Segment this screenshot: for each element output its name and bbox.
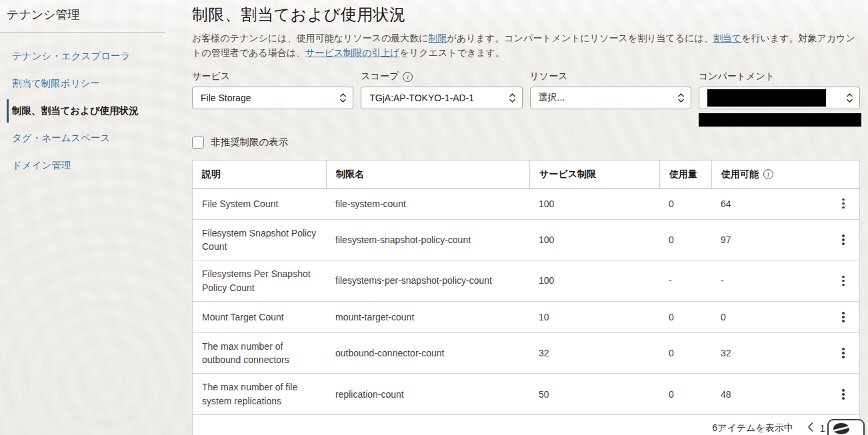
page-description: お客様のテナンシには、使用可能なリソースの最大数に制限があります。コンパートメン…: [192, 31, 860, 60]
cell-actions: [827, 379, 859, 410]
cell-description: The max number of file system replicatio…: [193, 374, 326, 414]
sidebar-item-quota-policies[interactable]: 割当て制限ポリシー: [7, 72, 179, 95]
sidebar-item-limits-quotas-usage[interactable]: 制限、割当ておよび使用状況: [7, 99, 179, 123]
sidebar-nav: テナンシ・エクスプローラ 割当て制限ポリシー 制限、割当ておよび使用状況 タグ・…: [7, 45, 179, 177]
sidebar-title: テナンシ管理: [7, 7, 179, 32]
table-footer: 6アイテムを表示中 1 / 1: [193, 414, 859, 435]
cell-actions: [827, 338, 859, 368]
scope-label-text: スコープ: [361, 71, 399, 83]
main-content: 制限、割当ておよび使用状況 お客様のテナンシには、使用可能なリソースの最大数に制…: [179, 0, 868, 435]
cell-service-limit: 100: [529, 191, 659, 217]
sidebar-divider: [0, 32, 165, 33]
description-text: お客様のテナンシには、使用可能なリソースの最大数に: [192, 33, 429, 43]
service-select[interactable]: File Storage: [192, 87, 353, 109]
cell-limit-name: filesystem-snapshot-policy-count: [326, 226, 529, 253]
service-select-value: File Storage: [201, 93, 251, 103]
sidebar-item-domain-management[interactable]: ドメイン管理: [7, 154, 179, 177]
cell-usage: -: [659, 267, 711, 294]
limits-table: 説明 制限名 サービス制限 使用量 使用可能i File System Coun…: [192, 160, 860, 435]
previous-page-button[interactable]: [805, 420, 815, 435]
cell-usage: 0: [659, 381, 711, 408]
show-deprecated-checkbox[interactable]: [192, 137, 204, 149]
limits-link[interactable]: 制限: [429, 33, 447, 43]
table-row: Filesystem Snapshot Policy Count filesys…: [193, 220, 859, 261]
service-limit-increase-link[interactable]: サービス制限の引上げ: [305, 47, 400, 58]
redacted-compartment-subtext: [699, 113, 861, 127]
cell-limit-name: replication-count: [326, 381, 529, 408]
available-info-icon[interactable]: i: [763, 169, 773, 179]
sidebar-item-tag-namespaces[interactable]: タグ・ネームスペース: [7, 127, 179, 150]
cell-available: 64: [711, 191, 827, 217]
scope-select-value: TGjA:AP-TOKYO-1-AD-1: [369, 93, 474, 103]
column-header-description: 説明: [193, 161, 326, 187]
page: テナンシ管理 テナンシ・エクスプローラ 割当て制限ポリシー 制限、割当ておよび使…: [0, 0, 868, 435]
row-actions-button[interactable]: [837, 386, 850, 403]
cell-description: File System Count: [193, 191, 326, 217]
quotas-link[interactable]: 割当て: [713, 33, 741, 43]
resource-select[interactable]: 選択...: [530, 87, 691, 109]
service-filter: サービス File Storage: [192, 70, 353, 109]
kebab-icon: [842, 199, 845, 209]
resource-select-value: 選択...: [539, 92, 565, 104]
cell-usage: 0: [659, 304, 711, 330]
scope-filter: スコープ i TGjA:AP-TOKYO-1-AD-1: [361, 70, 522, 109]
cell-available: 48: [711, 381, 827, 408]
floating-widget-button[interactable]: [827, 419, 865, 435]
cell-description: The max number of outbound connectors: [193, 333, 326, 374]
header-text: 使用可能: [721, 167, 759, 181]
row-actions-button[interactable]: [837, 231, 850, 248]
cell-usage: 0: [659, 340, 711, 366]
kebab-icon: [842, 348, 845, 358]
cell-available: 0: [711, 304, 827, 330]
table-row: Mount Target Count mount-target-count 10…: [193, 302, 859, 333]
kebab-icon: [842, 389, 845, 400]
column-header-service-limit: サービス制限: [529, 161, 659, 187]
select-updown-icon: [339, 92, 347, 104]
cell-service-limit: 32: [529, 340, 659, 366]
compartment-filter: コンパートメント: [699, 70, 860, 109]
page-title: 制限、割当ておよび使用状況: [192, 4, 860, 25]
resource-label: リソース: [530, 70, 691, 83]
cell-limit-name: file-system-count: [326, 191, 529, 217]
show-deprecated-label: 非推奨制限の表示: [211, 136, 288, 149]
scope-select[interactable]: TGjA:AP-TOKYO-1-AD-1: [361, 87, 522, 109]
select-updown-icon: [677, 92, 685, 104]
select-updown-icon: [509, 92, 516, 104]
table-row: The max number of file system replicatio…: [193, 374, 859, 414]
row-actions-button[interactable]: [837, 195, 850, 213]
header-text: 説明: [202, 167, 221, 181]
sidebar: テナンシ管理 テナンシ・エクスプローラ 割当て制限ポリシー 制限、割当ておよび使…: [0, 0, 179, 435]
table-header-row: 説明 制限名 サービス制限 使用量 使用可能i: [193, 161, 859, 188]
redacted-compartment-value: [707, 89, 826, 107]
table-row: Filesystems Per Snapshot Policy Count fi…: [193, 260, 859, 302]
cell-service-limit: 10: [529, 304, 659, 330]
cell-actions: [827, 189, 859, 219]
sidebar-item-tenancy-explorer[interactable]: テナンシ・エクスプローラ: [7, 45, 179, 68]
description-text: をリクエストできます。: [400, 47, 505, 58]
scope-label: スコープ i: [361, 70, 522, 83]
cell-limit-name: filesystems-per-snapshot-policy-count: [326, 267, 529, 294]
cell-available: 32: [711, 340, 827, 366]
compartment-label: コンパートメント: [699, 70, 860, 83]
column-header-available: 使用可能i: [711, 161, 827, 187]
scope-info-icon[interactable]: i: [403, 72, 413, 82]
select-updown-icon: [846, 92, 853, 104]
service-label: サービス: [192, 70, 353, 83]
cell-service-limit: 100: [529, 226, 659, 253]
resource-label-text: リソース: [530, 71, 568, 83]
service-label-text: サービス: [192, 71, 230, 83]
header-text: 制限名: [336, 167, 364, 181]
description-text: があります。コンパートメントにリソースを割り当てるには、: [447, 33, 713, 43]
cell-actions: [827, 266, 859, 296]
row-actions-button[interactable]: [837, 308, 850, 326]
column-header-limit-name: 制限名: [326, 161, 529, 187]
cell-available: -: [711, 267, 827, 294]
row-actions-button[interactable]: [837, 344, 850, 362]
kebab-icon: [842, 276, 845, 286]
compartment-select[interactable]: [699, 87, 860, 109]
table-row: The max number of outbound connectors ou…: [193, 333, 859, 374]
items-count-text: 6アイテムを表示中: [712, 422, 793, 434]
row-actions-button[interactable]: [837, 272, 850, 290]
cell-limit-name: mount-target-count: [326, 304, 529, 330]
resource-filter: リソース 選択...: [530, 70, 691, 109]
